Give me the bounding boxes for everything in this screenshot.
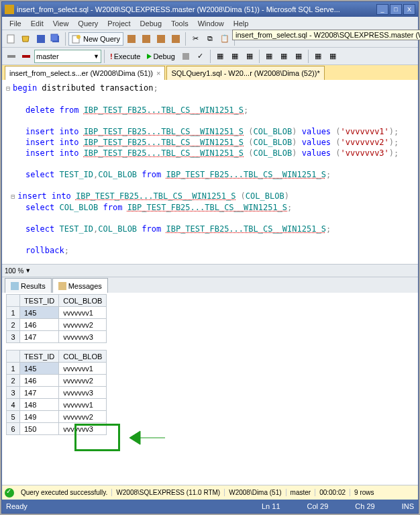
close-icon[interactable]: × <box>156 69 160 77</box>
tool-b1[interactable]: ▦ <box>213 50 227 63</box>
cell[interactable]: 147 <box>20 331 59 343</box>
tool-b2[interactable]: ▦ <box>228 50 242 63</box>
change-conn-icon[interactable] <box>19 50 33 63</box>
open-icon[interactable] <box>19 32 33 46</box>
row-header[interactable]: 2 <box>7 375 20 387</box>
cell[interactable]: 147 <box>20 387 59 399</box>
row-header[interactable]: 5 <box>7 411 20 423</box>
cell[interactable]: 148 <box>20 399 59 411</box>
tab-2-label: SQLQuery1.sql - W20...r (W2008\Dima (52)… <box>171 69 319 77</box>
cell[interactable]: 146 <box>20 319 59 331</box>
status-message: Query executed successfully. <box>17 489 112 496</box>
row-header[interactable]: 2 <box>7 319 20 331</box>
query-statusbar: Query executed successfully. W2008\SQLEX… <box>2 485 418 500</box>
debug-label: Debug <box>153 52 174 60</box>
cell[interactable]: 145 <box>20 307 59 319</box>
menu-view[interactable]: View <box>48 19 74 28</box>
tool-b5[interactable]: ▦ <box>277 50 291 63</box>
cell[interactable]: vvvvvvv2 <box>59 319 107 331</box>
menu-window[interactable]: Window <box>193 19 229 28</box>
save-icon[interactable] <box>34 32 48 46</box>
tool-icon-2[interactable] <box>140 32 153 46</box>
tab-results[interactable]: Results <box>5 278 52 293</box>
status-server: W2008\SQLEXPRESS (11.0 RTM) <box>112 489 225 496</box>
svg-rect-3 <box>51 34 58 41</box>
close-button[interactable]: X <box>403 4 415 15</box>
tool-b7[interactable]: ▦ <box>311 50 325 63</box>
stop-icon[interactable] <box>179 50 193 63</box>
cell[interactable]: vvvvvvv3 <box>59 331 107 343</box>
cut-icon[interactable]: ✂ <box>189 32 202 46</box>
menu-edit[interactable]: Edit <box>26 19 48 28</box>
result-grid-2[interactable]: TEST_IDCOL_BLOB 1145vvvvvvv1 2146vvvvvvv… <box>6 350 107 435</box>
database-combo[interactable]: master ▼ <box>34 50 101 63</box>
execute-icon: ! <box>110 52 113 60</box>
cell[interactable]: vvvvvvv3 <box>59 423 107 435</box>
cell[interactable]: vvvvvvv1 <box>59 307 107 319</box>
app-icon <box>5 5 14 14</box>
tab-messages[interactable]: Messages <box>52 278 108 293</box>
col-header[interactable]: TEST_ID <box>20 295 59 307</box>
new-project-icon[interactable] <box>5 32 18 46</box>
menu-project[interactable]: Project <box>103 19 135 28</box>
tab-messages-label: Messages <box>68 282 102 290</box>
cell[interactable]: vvvvvvv1 <box>59 363 107 375</box>
newquery-label: New Query <box>83 35 120 43</box>
newquery-button[interactable]: New Query <box>68 32 123 46</box>
cell[interactable]: 146 <box>20 375 59 387</box>
col-header[interactable]: COL_BLOB <box>59 350 107 363</box>
sql-editor[interactable]: ⊟begin distributed transaction; delete f… <box>2 80 418 265</box>
tool-icon-4[interactable] <box>169 32 182 46</box>
menu-tools[interactable]: Tools <box>166 19 193 28</box>
status-user: W2008\Dima (51) <box>225 489 286 496</box>
window-title: insert_from_select.sql - W2008\SQLEXPRES… <box>17 5 375 13</box>
results-panel: TEST_IDCOL_BLOB 1145vvvvvvv1 2146vvvvvvv… <box>2 293 418 475</box>
tab-1[interactable]: insert_from_select.s...er (W2008\Dima (5… <box>5 66 165 80</box>
connect-icon[interactable] <box>5 50 18 63</box>
cell[interactable]: 150 <box>20 423 59 435</box>
titlebar: insert_from_select.sql - W2008\SQLEXPRES… <box>2 2 418 17</box>
menu-debug[interactable]: Debug <box>136 19 166 28</box>
cell[interactable]: 145 <box>20 363 59 375</box>
row-header[interactable]: 4 <box>7 399 20 411</box>
menu-query[interactable]: Query <box>73 19 103 28</box>
debug-button[interactable]: Debug <box>144 50 177 63</box>
row-header[interactable]: 3 <box>7 387 20 399</box>
cell[interactable]: vvvvvvv3 <box>59 387 107 399</box>
cell[interactable]: 149 <box>20 411 59 423</box>
tab-2[interactable]: SQLQuery1.sql - W20...r (W2008\Dima (52)… <box>166 66 324 80</box>
tool-b6[interactable]: ▦ <box>292 50 305 63</box>
results-icon <box>11 282 19 290</box>
result-grid-1[interactable]: TEST_IDCOL_BLOB 1145vvvvvvv1 2146vvvvvvv… <box>6 294 107 343</box>
row-header[interactable]: 1 <box>7 363 20 375</box>
zoom-label[interactable]: 100 % <box>5 267 23 275</box>
status-line: Ln 11 <box>262 502 280 510</box>
saveall-icon[interactable] <box>49 32 62 46</box>
editor-tabs: insert_from_select.s...er (W2008\Dima (5… <box>2 65 418 80</box>
execute-button[interactable]: ! Execute <box>107 50 143 63</box>
cell[interactable]: vvvvvvv1 <box>59 399 107 411</box>
paste-icon[interactable]: 📋 <box>218 32 231 46</box>
cell[interactable]: vvvvvvv2 <box>59 411 107 423</box>
row-header[interactable]: 6 <box>7 423 20 435</box>
menu-file[interactable]: File <box>5 19 26 28</box>
tool-b8[interactable]: ▦ <box>326 50 339 63</box>
tool-b4[interactable]: ▦ <box>262 50 276 63</box>
status-ins: INS <box>402 502 414 510</box>
col-header[interactable]: TEST_ID <box>20 350 59 363</box>
col-header[interactable]: COL_BLOB <box>59 295 107 307</box>
menu-help[interactable]: Help <box>229 19 254 28</box>
tool-icon-3[interactable] <box>154 32 168 46</box>
row-header[interactable]: 1 <box>7 307 20 319</box>
cell[interactable]: vvvvvvv2 <box>59 375 107 387</box>
tool-b3[interactable]: ▦ <box>243 50 256 63</box>
maximize-button[interactable]: □ <box>390 4 402 15</box>
copy-icon[interactable]: ⧉ <box>203 32 217 46</box>
tool-icon-1[interactable] <box>125 32 138 46</box>
row-header[interactable]: 3 <box>7 331 20 343</box>
parse-icon[interactable]: ✓ <box>194 50 207 63</box>
status-rows: 9 rows <box>350 489 378 496</box>
chevron-down-icon[interactable]: ▼ <box>25 267 31 274</box>
minimize-button[interactable]: _ <box>376 4 388 15</box>
menubar: File Edit View Query Project Debug Tools… <box>2 17 418 30</box>
